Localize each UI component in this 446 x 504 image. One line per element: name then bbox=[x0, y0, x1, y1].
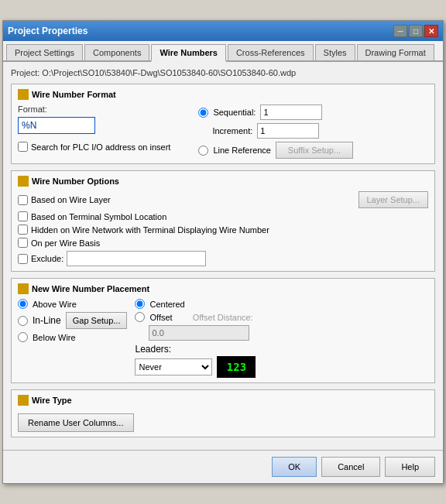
sequential-row: Sequential: bbox=[198, 105, 428, 120]
inline-label: In-Line bbox=[33, 315, 61, 326]
main-window: Project Properties ─ □ ✕ Project Setting… bbox=[2, 20, 444, 484]
increment-label: Increment: bbox=[212, 126, 252, 135]
above-wire-label: Above Wire bbox=[33, 300, 77, 309]
ok-button[interactable]: OK bbox=[272, 457, 317, 477]
offset-distance-row bbox=[135, 325, 428, 341]
format-input[interactable] bbox=[18, 117, 95, 134]
placement-inner: Above Wire In-Line Gap Setup... Below Wi… bbox=[18, 299, 428, 378]
wire-options-title: Wire Number Options bbox=[18, 176, 428, 187]
content-area: Project: O:\Project\SO10\53840\F-Dwg\SO1… bbox=[3, 62, 443, 450]
help-button[interactable]: Help bbox=[385, 457, 435, 477]
on-per-wire-row: On per Wire Basis bbox=[18, 238, 428, 248]
tab-wire-numbers[interactable]: Wire Numbers bbox=[151, 44, 225, 62]
based-on-wire-layer-label: Based on Wire Layer bbox=[31, 195, 111, 204]
leaders-label: Leaders: bbox=[135, 344, 428, 355]
rename-user-columns-button[interactable]: Rename User Columns... bbox=[18, 413, 134, 432]
window-title: Project Properties bbox=[8, 26, 87, 36]
hidden-on-wire-label: Hidden on Wire Network with Terminal Dis… bbox=[31, 225, 269, 235]
suffix-setup-button[interactable]: Suffix Setup... bbox=[276, 142, 353, 159]
placement-section: New Wire Number Placement Above Wire In-… bbox=[11, 278, 435, 383]
hidden-on-wire-row: Hidden on Wire Network with Terminal Dis… bbox=[18, 225, 428, 235]
offset-label: Offset bbox=[149, 313, 172, 322]
wire-options-icon bbox=[18, 176, 29, 187]
sequential-label: Sequential: bbox=[213, 108, 256, 117]
inline-row: In-Line Gap Setup... bbox=[18, 312, 127, 329]
title-bar: Project Properties ─ □ ✕ bbox=[3, 21, 443, 41]
wire-type-title: Wire Type bbox=[18, 395, 428, 406]
cancel-button[interactable]: Cancel bbox=[321, 457, 380, 477]
tab-components[interactable]: Components bbox=[84, 44, 149, 60]
exclude-checkbox[interactable] bbox=[18, 254, 28, 264]
project-path: O:\Project\SO10\53840\F-Dwg\SO1053840-60… bbox=[42, 68, 296, 77]
hidden-on-wire-checkbox[interactable] bbox=[18, 225, 28, 235]
plc-checkbox[interactable] bbox=[18, 142, 28, 152]
offset-radio[interactable] bbox=[135, 312, 145, 322]
format-right: Sequential: Increment: Line Reference Su… bbox=[198, 105, 428, 159]
based-on-terminal-checkbox[interactable] bbox=[18, 211, 28, 221]
above-wire-radio[interactable] bbox=[18, 299, 28, 309]
centered-row: Centered bbox=[135, 299, 428, 309]
sequential-input[interactable] bbox=[260, 105, 322, 120]
based-on-terminal-label: Based on Terminal Symbol Location bbox=[31, 212, 166, 221]
exclude-row: Exclude: bbox=[18, 251, 428, 266]
layer-setup-button[interactable]: Layer Setup... bbox=[359, 191, 429, 208]
increment-input[interactable] bbox=[257, 123, 319, 139]
tab-styles[interactable]: Styles bbox=[315, 44, 355, 60]
format-row: Format: Search for PLC I/O address on in… bbox=[18, 105, 428, 159]
placement-right: Centered Offset Offset Distance: Leaders… bbox=[135, 299, 428, 378]
wire-preview: 123 bbox=[217, 356, 256, 378]
inline-radio[interactable] bbox=[18, 316, 28, 326]
below-wire-label: Below Wire bbox=[33, 333, 76, 342]
minimize-button[interactable]: ─ bbox=[393, 25, 407, 37]
line-reference-radio[interactable] bbox=[198, 146, 208, 156]
wire-number-options-section: Wire Number Options Based on Wire Layer … bbox=[11, 170, 435, 272]
project-label: Project: bbox=[11, 68, 39, 77]
wire-number-format-section: Wire Number Format Format: Search for PL… bbox=[11, 84, 435, 164]
format-left: Format: Search for PLC I/O address on in… bbox=[18, 105, 170, 152]
centered-radio[interactable] bbox=[135, 299, 145, 309]
based-on-wire-layer-row: Based on Wire Layer Layer Setup... bbox=[18, 191, 428, 208]
wire-type-section: Wire Type Rename User Columns... bbox=[11, 389, 435, 437]
plc-checkbox-label: Search for PLC I/O address on insert bbox=[31, 142, 170, 152]
leaders-row: Leaders: Never Always As Needed 123 bbox=[135, 344, 428, 378]
offset-distance-label: Offset Distance: bbox=[193, 313, 253, 322]
sequential-radio[interactable] bbox=[198, 108, 208, 118]
centered-label: Centered bbox=[149, 300, 184, 309]
wire-number-format-title: Wire Number Format bbox=[18, 89, 428, 100]
wire-format-icon bbox=[18, 89, 29, 100]
increment-row: Increment: bbox=[212, 123, 428, 139]
format-label: Format: bbox=[18, 105, 170, 114]
plc-checkbox-row: Search for PLC I/O address on insert bbox=[18, 142, 170, 152]
tab-drawing-format[interactable]: Drawing Format bbox=[357, 44, 434, 60]
footer: OK Cancel Help bbox=[3, 450, 443, 483]
placement-title: New Wire Number Placement bbox=[18, 283, 428, 294]
tab-bar: Project Settings Components Wire Numbers… bbox=[3, 41, 443, 62]
leaders-inline: Never Always As Needed 123 bbox=[135, 356, 428, 378]
line-reference-label: Line Reference bbox=[213, 146, 271, 155]
on-per-wire-label: On per Wire Basis bbox=[31, 238, 100, 248]
tab-project-settings[interactable]: Project Settings bbox=[6, 44, 83, 60]
below-wire-radio[interactable] bbox=[18, 332, 28, 342]
offset-distance-input[interactable] bbox=[149, 325, 249, 341]
above-wire-row: Above Wire bbox=[18, 299, 127, 309]
based-on-wire-layer-checkbox[interactable] bbox=[18, 195, 28, 205]
tab-cross-references[interactable]: Cross-References bbox=[228, 44, 314, 60]
exclude-label: Exclude: bbox=[31, 254, 63, 263]
offset-row: Offset Offset Distance: bbox=[135, 312, 428, 322]
maximize-button[interactable]: □ bbox=[409, 25, 423, 37]
placement-icon bbox=[18, 283, 29, 294]
on-per-wire-checkbox[interactable] bbox=[18, 238, 28, 248]
based-on-terminal-row: Based on Terminal Symbol Location bbox=[18, 211, 428, 221]
based-on-wire-layer-label-row: Based on Wire Layer bbox=[18, 195, 111, 205]
placement-left: Above Wire In-Line Gap Setup... Below Wi… bbox=[18, 299, 127, 378]
wire-type-icon bbox=[18, 395, 29, 406]
title-bar-buttons: ─ □ ✕ bbox=[393, 25, 438, 37]
leaders-select[interactable]: Never Always As Needed bbox=[135, 358, 212, 375]
exclude-input[interactable] bbox=[67, 251, 206, 266]
line-reference-row: Line Reference Suffix Setup... bbox=[198, 142, 428, 159]
project-path-row: Project: O:\Project\SO10\53840\F-Dwg\SO1… bbox=[11, 68, 435, 77]
close-button[interactable]: ✕ bbox=[424, 25, 438, 37]
gap-setup-button[interactable]: Gap Setup... bbox=[66, 312, 128, 329]
below-wire-row: Below Wire bbox=[18, 332, 127, 342]
